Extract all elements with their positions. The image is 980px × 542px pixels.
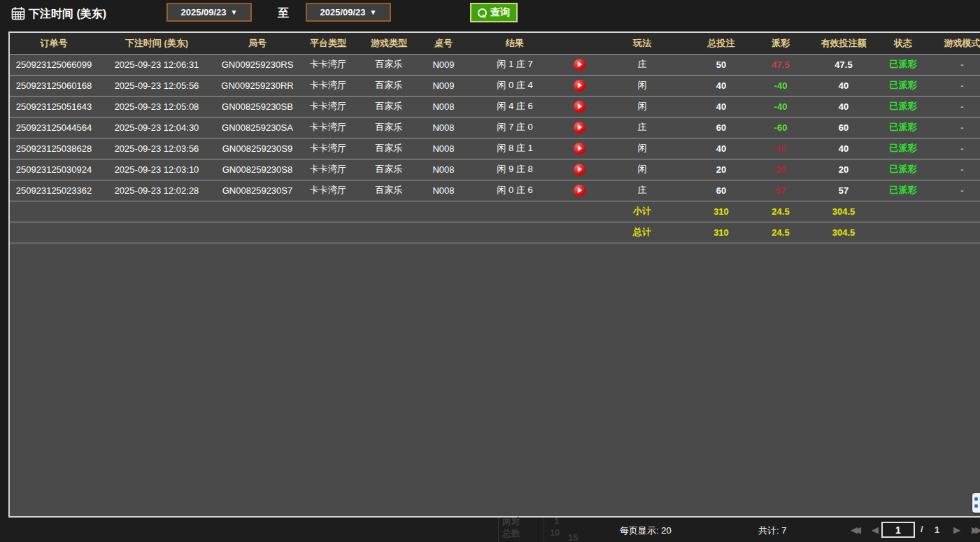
- cell-platform: 卡卡湾厅: [299, 138, 357, 159]
- cell-game-type: 百家乐: [357, 54, 421, 75]
- cell-bet-time: 2025-09-23 12:03:10: [98, 159, 215, 180]
- first-page-button[interactable]: ◀◀: [851, 525, 858, 535]
- date-from-select[interactable]: 2025/09/23 ▼: [166, 3, 252, 22]
- cell-replay: [564, 138, 595, 159]
- replay-play-icon[interactable]: [574, 143, 585, 155]
- table-header-row: 订单号 下注时间 (美东) 局号 平台类型 游戏类型 桌号 结果 玩法 总投注 …: [10, 33, 980, 54]
- cell-game-type: 百家乐: [357, 96, 421, 117]
- header-order-id: 订单号: [10, 33, 98, 54]
- subtotal-spacer: [10, 201, 595, 222]
- date-to-select[interactable]: 2025/09/23 ▼: [306, 3, 391, 22]
- play-triangle-icon: [578, 166, 582, 172]
- cell-order-id: 250923125051643: [10, 96, 98, 117]
- header-status: 状态: [879, 33, 928, 54]
- play-triangle-icon: [578, 124, 582, 130]
- ghost-text: 总数: [502, 527, 520, 540]
- table-row: 2509231250445642025-09-23 12:04:30GN0082…: [10, 117, 980, 138]
- cell-order-id: 250923125030924: [10, 159, 98, 180]
- replay-play-icon[interactable]: [574, 80, 585, 92]
- cell-replay: [564, 180, 595, 201]
- grand-total-row: 总计 310 24.5 304.5: [10, 222, 980, 243]
- cell-mode: -: [928, 138, 980, 159]
- to-label: 至: [278, 6, 289, 21]
- cell-platform: 卡卡湾厅: [299, 180, 357, 201]
- cell-play: 闲: [595, 159, 690, 180]
- cell-bet-time: 2025-09-23 12:03:56: [98, 138, 215, 159]
- cell-mode: -: [928, 75, 980, 96]
- cell-result: 闲 8 庄 1: [466, 138, 564, 159]
- header-total-bet: 总投注: [690, 33, 753, 54]
- cell-status: 已派彩: [879, 96, 928, 117]
- header-game-no: 局号: [215, 33, 299, 54]
- subtotal-valid-bet: 304.5: [809, 201, 879, 222]
- ghost-text: 10: [550, 527, 560, 538]
- cell-game-no: GN009259230RR: [215, 75, 299, 96]
- ghost-text: 1: [554, 515, 559, 526]
- ghost-divider: [498, 518, 499, 542]
- grand-total-label: 总计: [595, 222, 690, 243]
- page-number-input[interactable]: [881, 522, 915, 538]
- replay-play-icon[interactable]: [574, 122, 585, 134]
- filter-label: 下注时间 (美东): [29, 7, 106, 22]
- cell-status: 已派彩: [879, 75, 928, 96]
- cell-status: 已派彩: [879, 159, 928, 180]
- cell-game-type: 百家乐: [357, 180, 421, 201]
- ghost-text: 15: [568, 532, 578, 542]
- header-result: 结果: [466, 33, 564, 54]
- cell-bet-time: 2025-09-23 12:05:56: [98, 75, 215, 96]
- subtotal-mode-empty: [928, 201, 980, 222]
- caret-down-icon: ▼: [370, 8, 377, 16]
- replay-play-icon[interactable]: [574, 164, 585, 176]
- grand-total-spacer: [10, 222, 595, 243]
- replay-play-icon[interactable]: [574, 185, 585, 197]
- last-page-button[interactable]: ▶▶: [972, 525, 979, 535]
- cell-result: 闲 0 庄 4: [466, 75, 564, 96]
- play-triangle-icon: [578, 145, 582, 151]
- filter-toolbar: 下注时间 (美东) 2025/09/23 ▼ 至 2025/09/23 ▼ 查询: [0, 0, 980, 31]
- search-icon: [478, 8, 487, 17]
- cell-platform: 卡卡湾厅: [299, 159, 357, 180]
- cell-play: 闲: [595, 75, 690, 96]
- cell-result: 闲 7 庄 0: [466, 117, 564, 138]
- cell-valid-bet: 40: [809, 138, 879, 159]
- header-play: 玩法: [595, 33, 690, 54]
- cell-replay: [564, 96, 595, 117]
- header-game-type: 游戏类型: [357, 33, 421, 54]
- next-page-button[interactable]: ▶: [953, 525, 960, 535]
- cell-replay: [564, 75, 595, 96]
- prev-page-button[interactable]: ◀: [872, 525, 879, 535]
- replay-play-icon[interactable]: [574, 101, 585, 113]
- cell-payout: -60: [753, 117, 809, 138]
- cell-bet-time: 2025-09-23 12:05:08: [98, 96, 215, 117]
- cell-play: 闲: [595, 138, 690, 159]
- search-button[interactable]: 查询: [470, 3, 518, 22]
- cell-replay: [564, 117, 595, 138]
- cell-payout: 57: [753, 180, 809, 201]
- cell-result: 闲 0 庄 6: [466, 180, 564, 201]
- cell-play: 庄: [595, 117, 690, 138]
- table-row: 2509231250309242025-09-23 12:03:10GN0082…: [10, 159, 980, 180]
- cell-game-type: 百家乐: [357, 75, 421, 96]
- table-row: 2509231250516432025-09-23 12:05:08GN0082…: [10, 96, 980, 117]
- floating-widget[interactable]: [972, 493, 980, 513]
- date-to-value: 2025/09/23: [320, 7, 366, 17]
- table-body: 2509231250660992025-09-23 12:06:31GN0092…: [10, 54, 980, 201]
- cell-bet-time: 2025-09-23 12:04:30: [98, 117, 215, 138]
- cell-order-id: 250923125060168: [10, 75, 98, 96]
- play-triangle-icon: [578, 83, 582, 88]
- replay-play-icon[interactable]: [574, 59, 585, 71]
- cell-table-no: N008: [421, 138, 466, 159]
- cell-valid-bet: 47.5: [809, 54, 879, 75]
- cell-game-no: GN008259230SB: [215, 96, 299, 117]
- cell-status: 已派彩: [879, 180, 928, 201]
- cell-mode: -: [928, 54, 980, 75]
- cell-payout: 20: [753, 159, 809, 180]
- cell-valid-bet: 57: [809, 180, 879, 201]
- cell-bet-time: 2025-09-23 12:06:31: [98, 54, 215, 75]
- header-payout: 派彩: [753, 33, 809, 54]
- cell-order-id: 250923125044564: [10, 117, 98, 138]
- cell-table-no: N009: [421, 54, 466, 75]
- records-table-container: 订单号 下注时间 (美东) 局号 平台类型 游戏类型 桌号 结果 玩法 总投注 …: [8, 31, 980, 518]
- table-row: 2509231250386282025-09-23 12:03:56GN0082…: [10, 138, 980, 159]
- search-button-label: 查询: [490, 6, 510, 19]
